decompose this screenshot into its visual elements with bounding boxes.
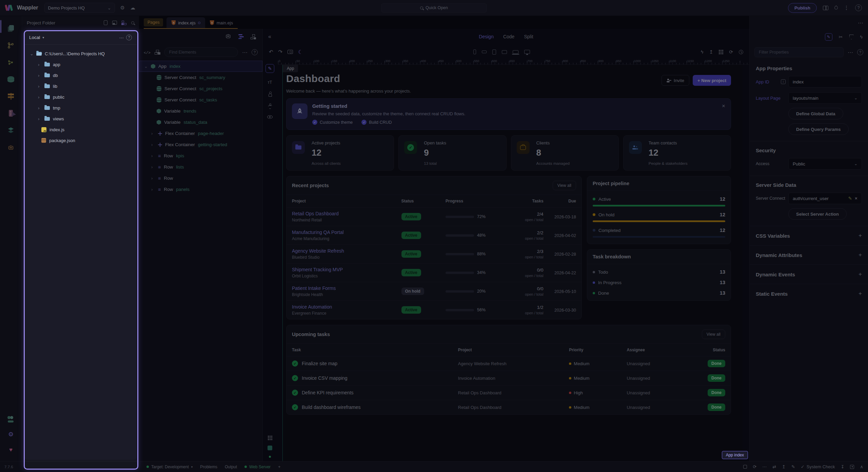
refresh-icon[interactable]: [753, 464, 756, 469]
chevron-right-icon[interactable]: [38, 95, 41, 100]
dynamic-bolt-icon[interactable]: [860, 34, 863, 40]
view-all-button[interactable]: View all: [553, 181, 576, 190]
chevron-right-icon[interactable]: [151, 187, 155, 192]
tablet-landscape-icon[interactable]: [502, 50, 507, 54]
tree-item-flex-container[interactable]: Flex Containerpage-header: [139, 128, 262, 139]
help-icon[interactable]: [857, 49, 863, 55]
chevron-right-icon[interactable]: [38, 105, 41, 111]
more-options-icon[interactable]: [858, 20, 863, 26]
accessibility-tool-icon[interactable]: [268, 103, 272, 109]
quick-open-button[interactable]: Quick Open: [381, 3, 487, 13]
history-clock-icon[interactable]: [739, 50, 743, 54]
preferences-gear-icon[interactable]: [6, 430, 15, 439]
phone-portrait-icon[interactable]: [473, 50, 476, 54]
styles-panel-icon[interactable]: [6, 109, 15, 118]
tree-file[interactable]: package.json: [26, 135, 135, 146]
element-swatch-icon[interactable]: [268, 446, 272, 450]
project-link[interactable]: Patient Intake Forms: [292, 286, 396, 291]
ai-robot-icon[interactable]: [225, 33, 232, 41]
search-files-icon[interactable]: [131, 21, 134, 24]
scissors-icon[interactable]: [839, 34, 843, 40]
grid-toggle-icon[interactable]: [719, 50, 723, 54]
chevron-right-icon[interactable]: [38, 73, 41, 78]
laptop-icon[interactable]: [513, 50, 518, 54]
section-dynamic-attributes[interactable]: Dynamic Attributes: [756, 252, 862, 258]
more-options-icon[interactable]: [119, 35, 124, 40]
undo-icon[interactable]: [269, 49, 273, 55]
table-row[interactable]: Retail Ops DashboardNorthwind Retail Act…: [287, 208, 581, 226]
task-check-icon[interactable]: [292, 360, 298, 367]
add-icon[interactable]: [859, 271, 862, 278]
collapse-panel-icon[interactable]: [268, 34, 271, 40]
task-check-icon[interactable]: [292, 375, 298, 381]
git-branch-icon[interactable]: [6, 41, 15, 50]
task-check-icon[interactable]: [292, 404, 298, 410]
project-link[interactable]: Agency Website Refresh: [292, 248, 396, 254]
select-server-action-button[interactable]: Select Server Action: [788, 208, 847, 220]
screenshot-camera-icon[interactable]: [288, 50, 293, 54]
collapse-up-icon[interactable]: [860, 464, 863, 469]
invite-button[interactable]: Invite: [662, 75, 689, 86]
theme-droplet-icon[interactable]: [834, 5, 839, 10]
tab-index-ejs[interactable]: index.ejs: [166, 17, 205, 28]
tree-folder[interactable]: tmp: [26, 102, 135, 113]
table-row[interactable]: Invoice AutomationEvergreen Finance Acti…: [287, 301, 581, 319]
task-check-icon[interactable]: [292, 390, 298, 396]
chevron-down-icon[interactable]: [30, 51, 33, 56]
server-connect-field[interactable]: auth/current_user: [788, 193, 862, 204]
outline-list-icon[interactable]: [238, 34, 244, 39]
dynamic-data-icon[interactable]: [701, 49, 703, 55]
help-icon[interactable]: [855, 4, 862, 11]
tree-root-folder[interactable]: C:\Users\...\Demo Projects HQ: [26, 48, 135, 59]
mode-code[interactable]: Code: [503, 34, 514, 39]
tree-file[interactable]: index.js: [26, 124, 135, 135]
edit-pencil-icon[interactable]: [848, 196, 852, 201]
layout-page-select[interactable]: layouts/main: [788, 92, 862, 104]
info-icon[interactable]: [781, 79, 786, 84]
more-options-icon[interactable]: [762, 464, 767, 469]
table-row[interactable]: Finalize site map Agency Website Refresh…: [287, 356, 731, 371]
new-project-button[interactable]: + New project: [693, 75, 731, 86]
add-icon[interactable]: [859, 290, 862, 297]
mode-design[interactable]: Design: [479, 34, 494, 39]
chevron-right-icon[interactable]: [151, 176, 155, 181]
add-icon[interactable]: [859, 252, 862, 258]
more-options-icon[interactable]: [242, 49, 248, 56]
tree-item-server-connect[interactable]: Server Connectsc_summary: [139, 72, 262, 83]
assets-image-icon[interactable]: [112, 21, 117, 25]
phone-landscape-icon[interactable]: [482, 51, 487, 53]
visibility-eye-icon[interactable]: [267, 115, 273, 119]
tree-item-row[interactable]: Row: [139, 173, 262, 184]
layout-columns-icon[interactable]: [823, 6, 828, 10]
view-all-button[interactable]: View all: [702, 330, 725, 339]
publish-button[interactable]: Publish: [788, 3, 817, 13]
download-icon[interactable]: [841, 464, 845, 469]
chevron-right-icon[interactable]: [38, 116, 41, 121]
chevron-right-icon[interactable]: [38, 84, 41, 89]
cloud-sync-icon[interactable]: [130, 5, 135, 11]
tree-item-server-connect[interactable]: Server Connectsc_tasks: [139, 94, 262, 105]
table-row[interactable]: Manufacturing QA PortalAcme Manufacturin…: [287, 226, 581, 245]
target-selector[interactable]: Target: Development: [146, 465, 193, 469]
tab-main-ejs[interactable]: main.ejs: [205, 17, 238, 28]
dom-tree-icon[interactable]: [251, 34, 256, 39]
web-server-button[interactable]: Web Server: [244, 465, 271, 469]
add-icon[interactable]: [859, 232, 862, 239]
sync-icon[interactable]: [772, 464, 776, 469]
define-global-data-button[interactable]: Define Global Data: [788, 108, 843, 119]
anatomy-tool-icon[interactable]: [268, 92, 272, 97]
project-link[interactable]: Shipment Tracking MVP: [292, 267, 396, 272]
scope-label[interactable]: Local: [29, 35, 40, 40]
redo-icon[interactable]: [278, 49, 283, 55]
tree-item-server-connect[interactable]: Server Connectsc_projects: [139, 83, 262, 94]
add-panel-button[interactable]: +: [278, 465, 280, 469]
section-static-events[interactable]: Static Events: [756, 290, 862, 297]
project-link[interactable]: Manufacturing QA Portal: [292, 230, 396, 235]
robot-assistant-icon[interactable]: [6, 143, 15, 152]
project-dropdown[interactable]: Demo Projects HQ: [44, 3, 115, 13]
tree-folder[interactable]: lib: [26, 81, 135, 92]
new-file-icon[interactable]: [104, 20, 107, 25]
table-row[interactable]: Define KPI requirements Retail Ops Dashb…: [287, 386, 731, 400]
tree-item-variable[interactable]: Variabletrends: [139, 105, 262, 117]
window-icon[interactable]: [743, 465, 747, 469]
